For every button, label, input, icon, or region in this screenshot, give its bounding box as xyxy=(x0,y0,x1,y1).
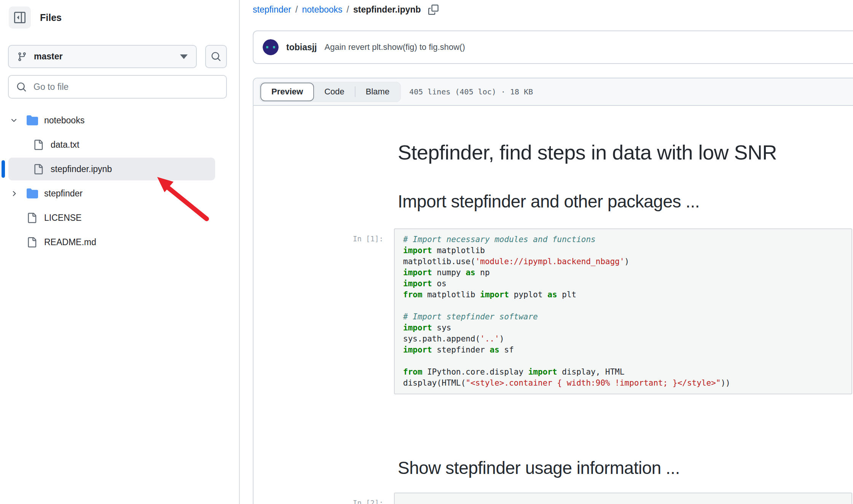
breadcrumb-separator: / xyxy=(347,5,349,15)
sidebar-title: Files xyxy=(40,12,62,23)
chevron-right-icon[interactable] xyxy=(10,190,18,198)
copy-path-icon[interactable] xyxy=(428,5,438,15)
notebook-section-heading-usage: Show stepfinder usage information ... xyxy=(398,458,852,478)
notebook-code-cell: In [2]: xyxy=(394,493,852,504)
breadcrumb-separator: / xyxy=(295,5,298,15)
file-icon xyxy=(27,237,37,247)
tree-item[interactable]: LICENSE xyxy=(0,206,239,230)
code-input[interactable] xyxy=(394,493,852,504)
file-size-info: 405 lines (405 loc) · 18 KB xyxy=(409,87,533,96)
tree-item[interactable]: stepfinder xyxy=(0,181,239,206)
search-icon xyxy=(16,82,27,92)
chevron-down-icon[interactable] xyxy=(10,116,18,124)
commit-message[interactable]: Again revert plt.show(fig) to fig.show() xyxy=(325,42,465,52)
notebook-preview: Stepfinder, find steps in data with low … xyxy=(254,107,853,504)
notebook-code-cell: In [1]: # Import necessary modules and f… xyxy=(394,228,852,394)
tree-item-label: data.txt xyxy=(51,140,79,150)
page: { "sidebar": { "title": "Files", "branch… xyxy=(0,0,853,504)
breadcrumb-dir-link[interactable]: notebooks xyxy=(302,5,342,15)
tab-blame[interactable]: Blame xyxy=(356,83,400,101)
folder-icon xyxy=(27,188,38,199)
commit-author[interactable]: tobiasjj xyxy=(286,42,317,53)
file-icon xyxy=(33,140,43,150)
file-tree-sidebar: Files master xyxy=(0,0,240,504)
tree-search-button[interactable] xyxy=(205,45,227,68)
search-icon xyxy=(211,51,221,62)
branch-selector[interactable]: master xyxy=(8,45,197,68)
notebook-section-heading-import: Import stepfinder and other packages ... xyxy=(398,191,852,212)
collapse-sidebar-button[interactable] xyxy=(9,6,31,29)
code-input[interactable]: # Import necessary modules and functions… xyxy=(394,228,852,394)
git-branch-icon xyxy=(17,52,27,62)
sidebar-collapse-icon xyxy=(14,12,26,23)
go-to-file-input[interactable] xyxy=(33,81,218,93)
view-mode-tabs: Preview Code Blame xyxy=(259,82,401,102)
file-view-container: Preview Code Blame 405 lines (405 loc) ·… xyxy=(253,78,853,504)
latest-commit-bar: tobiasjj Again revert plt.show(fig) to f… xyxy=(253,30,853,64)
tree-item[interactable]: data.txt xyxy=(0,132,239,157)
chevron-down-icon xyxy=(180,54,188,59)
tab-code[interactable]: Code xyxy=(314,83,355,101)
tree-item[interactable]: notebooks xyxy=(0,108,239,132)
file-view-header: Preview Code Blame 405 lines (405 loc) ·… xyxy=(254,78,853,106)
main-content: stepfinder / notebooks / stepfinder.ipyn… xyxy=(240,0,853,504)
tree-item-label: notebooks xyxy=(44,115,85,126)
cell-prompt: In [2]: xyxy=(353,499,383,504)
breadcrumb: stepfinder / notebooks / stepfinder.ipyn… xyxy=(253,2,438,18)
breadcrumb-repo-link[interactable]: stepfinder xyxy=(253,5,291,15)
go-to-file-field xyxy=(8,75,227,99)
avatar[interactable] xyxy=(263,39,279,55)
breadcrumb-file-name: stepfinder.ipynb xyxy=(353,5,421,15)
tab-preview[interactable]: Preview xyxy=(260,83,314,101)
notebook-title-heading: Stepfinder, find steps in data with low … xyxy=(398,140,852,164)
tree-item-label: stepfinder.ipynb xyxy=(51,164,112,174)
file-tree: notebooks data.txt xyxy=(0,108,239,254)
tree-item-label: README.md xyxy=(44,237,96,247)
tree-item[interactable]: README.md xyxy=(0,230,239,254)
current-branch-label: master xyxy=(34,51,62,62)
tree-item[interactable]: stepfinder.ipynb xyxy=(0,157,239,181)
file-icon xyxy=(27,213,37,223)
tree-item-label: LICENSE xyxy=(44,213,81,223)
folder-icon xyxy=(27,115,38,126)
cell-prompt: In [1]: xyxy=(353,234,383,243)
tree-item-label: stepfinder xyxy=(44,188,83,199)
files-header: Files xyxy=(9,6,62,29)
file-icon xyxy=(33,164,43,174)
